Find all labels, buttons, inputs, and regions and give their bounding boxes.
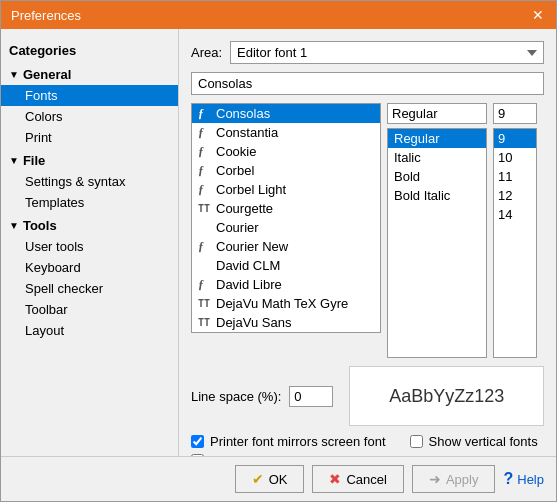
font-list-item[interactable]: ƒCourier New xyxy=(192,237,380,256)
size-list-item[interactable]: 12 xyxy=(494,186,536,205)
size-list-item[interactable]: 14 xyxy=(494,205,536,224)
show-vertical-fonts-checkbox[interactable] xyxy=(410,435,423,448)
size-list-item[interactable]: 9 xyxy=(494,129,536,148)
size-list-item[interactable]: 11 xyxy=(494,167,536,186)
help-icon: ? xyxy=(503,470,513,488)
style-size-inputs xyxy=(387,103,537,124)
sidebar-item-templates[interactable]: Templates xyxy=(1,192,178,213)
group-general: ▼ General Fonts Colors Print xyxy=(1,64,178,148)
style-list-item[interactable]: Bold Italic xyxy=(388,186,486,205)
ok-button[interactable]: ✔ OK xyxy=(235,465,305,493)
style-size-lists: RegularItalicBoldBold Italic 910111214 xyxy=(387,128,537,358)
cancel-button[interactable]: ✖ Cancel xyxy=(312,465,403,493)
category-general[interactable]: ▼ General xyxy=(1,64,178,85)
area-row: Area: Editor font 1Editor font 2Editor f… xyxy=(191,41,544,64)
size-list[interactable]: 910111214 xyxy=(493,128,537,358)
font-list-item[interactable]: TTDejaVu Sans xyxy=(192,313,380,332)
sidebar-item-spell-checker-label: Spell checker xyxy=(25,281,103,296)
font-list-item[interactable]: TTCourgette xyxy=(192,199,380,218)
sidebar-item-colors[interactable]: Colors xyxy=(1,106,178,127)
sidebar-item-user-tools[interactable]: User tools xyxy=(1,236,178,257)
font-name-input[interactable] xyxy=(191,72,544,95)
font-list-item[interactable]: TTDejaVu Math TeX Gyre xyxy=(192,294,380,313)
line-space-row: Line space (%): AaBbYyZz123 xyxy=(191,366,544,426)
sidebar-item-toolbar[interactable]: Toolbar xyxy=(1,299,178,320)
apply-label: Apply xyxy=(446,472,479,487)
printer-font-mirrors-label: Printer font mirrors screen font xyxy=(210,434,386,449)
show-vertical-fonts-row: Show vertical fonts xyxy=(410,434,538,449)
sidebar-item-settings-syntax[interactable]: Settings & syntax xyxy=(1,171,178,192)
categories-label: Categories xyxy=(1,37,178,64)
font-list-item[interactable]: ƒDavid Libre xyxy=(192,275,380,294)
category-tools-label: Tools xyxy=(23,218,57,233)
help-label: Help xyxy=(517,472,544,487)
preferences-window: Preferences ✕ Categories ▼ General Fonts… xyxy=(0,0,557,502)
font-list-item[interactable]: David CLM xyxy=(192,256,380,275)
group-tools: ▼ Tools User tools Keyboard Spell checke… xyxy=(1,215,178,341)
group-file: ▼ File Settings & syntax Templates xyxy=(1,150,178,213)
sidebar: Categories ▼ General Fonts Colors Print xyxy=(1,29,179,456)
options-row1: Printer font mirrors screen font Show ve… xyxy=(191,434,544,449)
category-file[interactable]: ▼ File xyxy=(1,150,178,171)
font-list-container: ƒConsolasƒConstantiaƒCookieƒCorbelƒCorbe… xyxy=(191,103,381,358)
font-preview: AaBbYyZz123 xyxy=(349,366,544,426)
style-list-item[interactable]: Italic xyxy=(388,148,486,167)
ok-label: OK xyxy=(269,472,288,487)
sidebar-item-print[interactable]: Print xyxy=(1,127,178,148)
arrow-tools: ▼ xyxy=(9,220,19,231)
font-list-item[interactable]: ƒCookie xyxy=(192,142,380,161)
sidebar-item-colors-label: Colors xyxy=(25,109,63,124)
options-section: Printer font mirrors screen font Show ve… xyxy=(191,434,544,456)
show-vertical-fonts-label: Show vertical fonts xyxy=(429,434,538,449)
arrow-file: ▼ xyxy=(9,155,19,166)
area-select[interactable]: Editor font 1Editor font 2Editor font 3 xyxy=(230,41,544,64)
line-space-input[interactable] xyxy=(289,386,333,407)
preview-text: AaBbYyZz123 xyxy=(389,386,504,407)
style-input[interactable] xyxy=(387,103,487,124)
font-list-item[interactable]: ƒCorbel Light xyxy=(192,180,380,199)
sidebar-item-spell-checker[interactable]: Spell checker xyxy=(1,278,178,299)
window-title: Preferences xyxy=(11,8,81,23)
sidebar-item-keyboard[interactable]: Keyboard xyxy=(1,257,178,278)
apply-icon: ➜ xyxy=(429,471,441,487)
sidebar-item-layout-label: Layout xyxy=(25,323,64,338)
sidebar-item-user-tools-label: User tools xyxy=(25,239,84,254)
ok-icon: ✔ xyxy=(252,471,264,487)
font-list-item[interactable]: Courier xyxy=(192,218,380,237)
size-input[interactable] xyxy=(493,103,537,124)
apply-button[interactable]: ➜ Apply xyxy=(412,465,496,493)
sidebar-item-fonts[interactable]: Fonts xyxy=(1,85,178,106)
line-space-label: Line space (%): xyxy=(191,389,281,404)
font-list-item[interactable]: TTDejaVu Sans Condensed xyxy=(192,332,380,333)
category-general-label: General xyxy=(23,67,71,82)
font-list[interactable]: ƒConsolasƒConstantiaƒCookieƒCorbelƒCorbe… xyxy=(191,103,381,333)
bottom-bar: ✔ OK ✖ Cancel ➜ Apply ? Help xyxy=(1,456,556,501)
main-panel: Area: Editor font 1Editor font 2Editor f… xyxy=(179,29,556,456)
style-list[interactable]: RegularItalicBoldBold Italic xyxy=(387,128,487,358)
font-list-item[interactable]: ƒConstantia xyxy=(192,123,380,142)
sidebar-item-fonts-label: Fonts xyxy=(25,88,58,103)
style-list-item[interactable]: Bold xyxy=(388,167,486,186)
font-name-row xyxy=(191,72,544,95)
fonts-row: ƒConsolasƒConstantiaƒCookieƒCorbelƒCorbe… xyxy=(191,103,544,358)
style-size-area: RegularItalicBoldBold Italic 910111214 xyxy=(387,103,537,358)
style-list-item[interactable]: Regular xyxy=(388,129,486,148)
cancel-label: Cancel xyxy=(346,472,386,487)
cancel-icon: ✖ xyxy=(329,471,341,487)
category-file-label: File xyxy=(23,153,45,168)
sidebar-item-toolbar-label: Toolbar xyxy=(25,302,68,317)
arrow-general: ▼ xyxy=(9,69,19,80)
printer-font-mirrors-row: Printer font mirrors screen font xyxy=(191,434,386,449)
printer-font-mirrors-checkbox[interactable] xyxy=(191,435,204,448)
close-button[interactable]: ✕ xyxy=(530,7,546,23)
sidebar-item-templates-label: Templates xyxy=(25,195,84,210)
content-area: Categories ▼ General Fonts Colors Print xyxy=(1,29,556,456)
font-list-item[interactable]: ƒConsolas xyxy=(192,104,380,123)
help-link[interactable]: ? Help xyxy=(503,470,544,488)
sidebar-item-layout[interactable]: Layout xyxy=(1,320,178,341)
font-list-item[interactable]: ƒCorbel xyxy=(192,161,380,180)
category-tools[interactable]: ▼ Tools xyxy=(1,215,178,236)
size-list-item[interactable]: 10 xyxy=(494,148,536,167)
sidebar-item-keyboard-label: Keyboard xyxy=(25,260,81,275)
sidebar-item-print-label: Print xyxy=(25,130,52,145)
